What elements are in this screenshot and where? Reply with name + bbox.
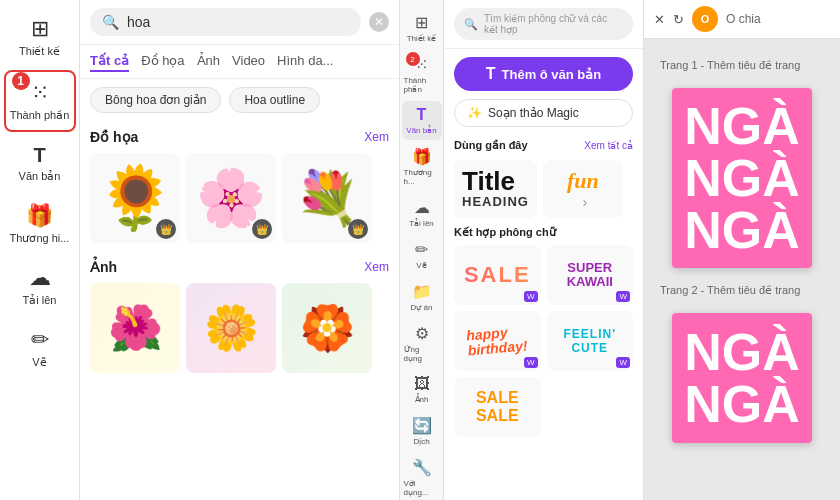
anh-section-header: Ảnh Xem bbox=[80, 251, 399, 279]
chip-bong-hoa[interactable]: Bông hoa đơn giản bbox=[90, 87, 221, 113]
narrow-design-icon: ⊞ bbox=[415, 13, 428, 32]
narrow-thanh-phan[interactable]: 2 ⁙ Thành phần bbox=[402, 50, 442, 99]
sale2-combo-item[interactable]: SALESALE bbox=[454, 377, 541, 437]
narrow-translate-icon: 🔄 bbox=[412, 416, 432, 435]
magic-icon: ✨ bbox=[467, 106, 482, 120]
w-badge-2: W bbox=[616, 291, 630, 302]
filter-tab-anh[interactable]: Ảnh bbox=[197, 51, 220, 72]
photo-item-1[interactable]: 🌺 bbox=[90, 283, 180, 373]
filter-tab-tat-ca[interactable]: Tất cả bbox=[90, 51, 129, 72]
sidebar-label-thuong-hi: Thương hi... bbox=[10, 232, 70, 245]
photo-item-3[interactable]: 🏵️ bbox=[282, 283, 372, 373]
kawaii-combo-item[interactable]: SUPERKAWAII W bbox=[547, 245, 634, 305]
search-results-panel: 🔍 ✕ Tất cả Đồ họa Ảnh Video Hình da... B… bbox=[80, 0, 400, 500]
narrow-thuong-hi[interactable]: 🎁 Thương h... bbox=[402, 142, 442, 191]
canvas-page-2[interactable]: NGÀ NGÀ bbox=[672, 313, 812, 443]
narrow-ve-label: Vẽ bbox=[416, 261, 426, 270]
page2-content: NGÀ NGÀ bbox=[672, 313, 812, 443]
narrow-ve[interactable]: ✏ Vẽ bbox=[402, 235, 442, 275]
search-text-icon: 🔍 bbox=[464, 18, 478, 31]
narrow-du-an-label: Dự án bbox=[411, 303, 433, 312]
narrow-tai-len[interactable]: ☁ Tải lên bbox=[402, 193, 442, 233]
toolbar-refresh-icon[interactable]: ↻ bbox=[673, 12, 684, 27]
flower-bundle-emoji: 💐 bbox=[295, 168, 360, 229]
sidebar-item-thanh-phan[interactable]: 1 ⁙ Thành phần bbox=[4, 70, 76, 132]
narrow-thanh-phan-label: Thành phần bbox=[404, 76, 440, 94]
page2-label: Trang 2 - Thêm tiêu đề trang bbox=[660, 284, 800, 297]
add-text-label: Thêm ô văn bản bbox=[502, 67, 602, 82]
birthday-combo-item[interactable]: happybirthday! W bbox=[454, 311, 541, 371]
sidebar-label-ve: Vẽ bbox=[32, 356, 46, 369]
narrow-anh-label: Ảnh bbox=[415, 395, 429, 404]
magic-compose-button[interactable]: ✨ Soạn thảo Magic bbox=[454, 99, 633, 127]
sidebar-item-thuong-hi[interactable]: 🎁 Thương hi... bbox=[4, 195, 76, 253]
used-see-all[interactable]: Xem tất cả bbox=[584, 140, 633, 151]
canvas-area: ✕ ↻ O O chia Trang 1 - Thêm tiêu đề tran… bbox=[644, 0, 840, 500]
filter-tab-hinh-da[interactable]: Hình da... bbox=[277, 51, 333, 72]
photo-item-2[interactable]: 🌼 bbox=[186, 283, 276, 373]
flower-bundle-item[interactable]: 💐 👑 bbox=[282, 153, 372, 243]
anh-see-all[interactable]: Xem bbox=[364, 260, 389, 274]
sidebar-item-thiet-ke[interactable]: ⊞ Thiết kế bbox=[4, 8, 76, 66]
canvas-toolbar: ✕ ↻ O O chia bbox=[644, 0, 840, 39]
narrow-thiet-ke-label: Thiết kế bbox=[407, 34, 437, 43]
flower-yellow-item[interactable]: 🌻 👑 bbox=[90, 153, 180, 243]
nga-text-line1: NGÀ bbox=[684, 100, 800, 152]
flower-pink-item[interactable]: 🌸 👑 bbox=[186, 153, 276, 243]
filter-tab-video[interactable]: Video bbox=[232, 51, 265, 72]
toolbar-close-icon[interactable]: ✕ bbox=[654, 12, 665, 27]
do-hoa-grid: 🌻 👑 🌸 👑 💐 👑 bbox=[80, 149, 399, 251]
toolbar-label: O chia bbox=[726, 12, 761, 26]
filter-tabs: Tất cả Đồ họa Ảnh Video Hình da... bbox=[80, 45, 399, 79]
text-search-placeholder: Tìm kiếm phông chữ và các kết hợp bbox=[484, 13, 623, 35]
sale-display-text: SALE bbox=[464, 262, 531, 288]
add-text-button[interactable]: T Thêm ô văn bản bbox=[454, 57, 633, 91]
fun-colored-text: fun bbox=[567, 168, 599, 194]
nga-text-p2-line1: NGÀ bbox=[684, 326, 800, 378]
narrow-dich[interactable]: 🔄 Dịch bbox=[402, 411, 442, 451]
filter-tab-do-hoa[interactable]: Đồ họa bbox=[141, 51, 184, 72]
narrow-voi-dung[interactable]: 🔧 Với dụng... bbox=[402, 453, 442, 500]
sidebar-label-van-ban: Văn bản bbox=[19, 170, 61, 183]
canvas-page-1[interactable]: NGÀ NGÀ NGÀ bbox=[672, 88, 812, 268]
sale-combo-item[interactable]: SALE W bbox=[454, 245, 541, 305]
narrow-project-icon: 📁 bbox=[412, 282, 432, 301]
nga-text-line2: NGÀ bbox=[684, 152, 800, 204]
do-hoa-section-header: Đồ họa Xem bbox=[80, 121, 399, 149]
search-input-wrap[interactable]: 🔍 bbox=[90, 8, 361, 36]
text-panel: 🔍 Tìm kiếm phông chữ và các kết hợp T Th… bbox=[444, 0, 644, 500]
used-items-block: Title HEADING fun › bbox=[444, 156, 643, 226]
crown-badge-2: 👑 bbox=[252, 219, 272, 239]
sidebar-item-ve[interactable]: ✏ Vẽ bbox=[4, 319, 76, 377]
do-hoa-see-all[interactable]: Xem bbox=[364, 130, 389, 144]
title-heading-card[interactable]: Title HEADING bbox=[454, 160, 537, 218]
narrow-thiet-ke[interactable]: ⊞ Thiết kế bbox=[402, 8, 442, 48]
narrow-van-ban[interactable]: T Văn bản bbox=[402, 101, 442, 140]
text-plus-icon: T bbox=[486, 65, 496, 83]
narrow-van-ban-label: Văn bản bbox=[406, 126, 436, 135]
avatar[interactable]: O bbox=[692, 6, 718, 32]
upload-icon: ☁ bbox=[29, 265, 51, 291]
sidebar-item-tai-len[interactable]: ☁ Tải lên bbox=[4, 257, 76, 315]
sidebar-item-van-ban[interactable]: T Văn bản bbox=[4, 136, 76, 191]
close-search-button[interactable]: ✕ bbox=[369, 12, 389, 32]
feelin-combo-item[interactable]: FEELIN'CUTE W bbox=[547, 311, 634, 371]
used-section-row: Dùng gần đây Xem tất cả bbox=[444, 135, 643, 156]
canvas-content: Trang 1 - Thêm tiêu đề trang NGÀ NGÀ NGÀ… bbox=[644, 39, 840, 500]
search-input[interactable] bbox=[127, 14, 349, 30]
badge-1: 1 bbox=[12, 72, 30, 90]
narrow-ung-dung[interactable]: ⚙ Ứng dụng bbox=[402, 319, 442, 368]
narrow-thuong-label: Thương h... bbox=[404, 168, 440, 186]
search-icon: 🔍 bbox=[102, 14, 119, 30]
text-search[interactable]: 🔍 Tìm kiếm phông chữ và các kết hợp bbox=[454, 8, 633, 40]
narrow-du-an[interactable]: 📁 Dự án bbox=[402, 277, 442, 317]
page1-label: Trang 1 - Thêm tiêu đề trang bbox=[660, 59, 800, 72]
chip-hoa-outline[interactable]: Hoa outline bbox=[229, 87, 320, 113]
narrow-photo-icon: 🖼 bbox=[414, 375, 430, 393]
sidebar-label-thiet-ke: Thiết kế bbox=[19, 45, 60, 58]
fun-text-card[interactable]: fun › bbox=[543, 160, 623, 218]
narrow-draw-icon: ✏ bbox=[415, 240, 428, 259]
w-badge-3: W bbox=[524, 357, 538, 368]
narrow-anh[interactable]: 🖼 Ảnh bbox=[402, 370, 442, 409]
narrow-tool-icon: 🔧 bbox=[412, 458, 432, 477]
